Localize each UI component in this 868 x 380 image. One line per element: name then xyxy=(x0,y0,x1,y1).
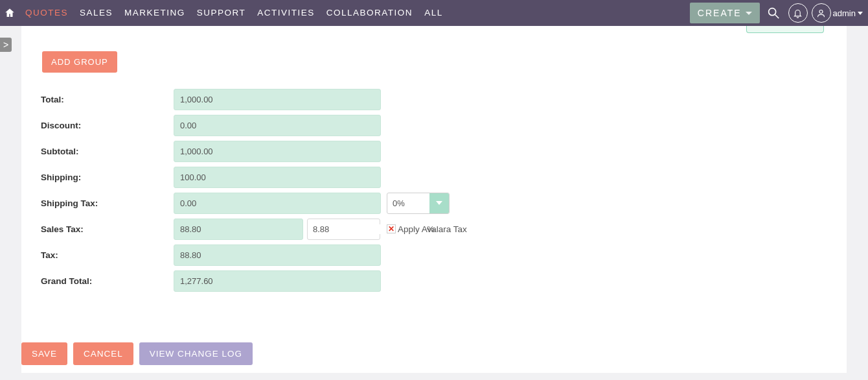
panel-ghost xyxy=(746,26,824,33)
sales-tax-rate-cell: % xyxy=(307,219,380,240)
view-change-log-button[interactable]: VIEW CHANGE LOG xyxy=(139,342,253,365)
search-icon[interactable] xyxy=(762,2,784,24)
totals-section: Total: Discount: Subtotal: Shipping: Shi… xyxy=(41,86,467,294)
label-subtotal: Subtotal: xyxy=(41,147,174,156)
notifications-icon[interactable] xyxy=(787,2,809,24)
create-button[interactable]: CREATE xyxy=(690,3,760,23)
chevron-down-icon xyxy=(746,12,752,15)
field-total xyxy=(174,89,381,110)
row-shipping: Shipping: xyxy=(41,164,467,190)
label-shipping-tax: Shipping Tax: xyxy=(41,198,174,208)
label-sales-tax: Sales Tax: xyxy=(41,224,174,234)
field-grand-total xyxy=(174,270,381,292)
user-menu[interactable]: admin xyxy=(812,3,863,23)
row-subtotal: Subtotal: xyxy=(41,138,467,164)
row-discount: Discount: xyxy=(41,112,467,138)
field-sales-tax xyxy=(174,219,303,240)
nav-tab-sales[interactable]: SALES xyxy=(74,0,119,26)
field-shipping xyxy=(174,167,381,188)
label-shipping: Shipping: xyxy=(41,172,174,182)
label-total: Total: xyxy=(41,95,174,104)
chevron-down-icon xyxy=(858,12,863,15)
add-group-button[interactable]: ADD GROUP xyxy=(42,51,117,73)
svg-line-1 xyxy=(775,15,779,19)
save-button[interactable]: SAVE xyxy=(21,342,67,365)
close-icon: ✕ xyxy=(387,224,396,233)
top-nav: QUOTES SALES MARKETING SUPPORT ACTIVITIE… xyxy=(0,0,868,26)
apply-avalara-tax-button[interactable]: ✕ Apply Avalara Tax xyxy=(387,224,467,234)
create-label: CREATE xyxy=(698,8,742,18)
shipping-tax-rate-select[interactable] xyxy=(387,193,450,214)
field-shipping-tax xyxy=(174,193,381,214)
chevron-down-icon[interactable] xyxy=(429,193,449,213)
svg-point-2 xyxy=(819,10,823,13)
field-subtotal xyxy=(174,141,381,162)
label-grand-total: Grand Total: xyxy=(41,276,174,286)
nav-tab-all[interactable]: ALL xyxy=(418,0,449,26)
field-tax xyxy=(174,244,381,266)
field-discount xyxy=(174,115,381,136)
svg-point-0 xyxy=(768,8,775,16)
nav-tab-marketing[interactable]: MARKETING xyxy=(119,0,191,26)
collapse-toggle[interactable]: > xyxy=(0,38,12,52)
nav-tab-collaboration[interactable]: COLLABORATION xyxy=(321,0,418,26)
home-icon[interactable] xyxy=(0,7,19,19)
label-discount: Discount: xyxy=(41,121,174,130)
row-grand-total: Grand Total: xyxy=(41,268,467,294)
row-sales-tax: Sales Tax: % ✕ Apply Avalara Tax xyxy=(41,216,467,242)
main-panel: ADD GROUP Total: Discount: Subtotal: Shi… xyxy=(21,26,847,373)
label-tax: Tax: xyxy=(41,250,174,260)
row-tax: Tax: xyxy=(41,242,467,268)
nav-tab-quotes[interactable]: QUOTES xyxy=(19,0,74,26)
nav-tabs: QUOTES SALES MARKETING SUPPORT ACTIVITIE… xyxy=(19,0,449,26)
user-name: admin xyxy=(833,8,856,18)
footer-actions: SAVE CANCEL VIEW CHANGE LOG xyxy=(21,342,253,365)
nav-tab-support[interactable]: SUPPORT xyxy=(191,0,252,26)
row-shipping-tax: Shipping Tax: xyxy=(41,190,467,216)
cancel-button[interactable]: CANCEL xyxy=(73,342,133,365)
nav-right: CREATE admin xyxy=(690,0,868,26)
avalara-label: Apply Avalara Tax xyxy=(398,224,467,234)
row-total: Total: xyxy=(41,86,467,112)
shipping-tax-rate-value xyxy=(387,198,429,208)
nav-tab-activities[interactable]: ACTIVITIES xyxy=(251,0,321,26)
